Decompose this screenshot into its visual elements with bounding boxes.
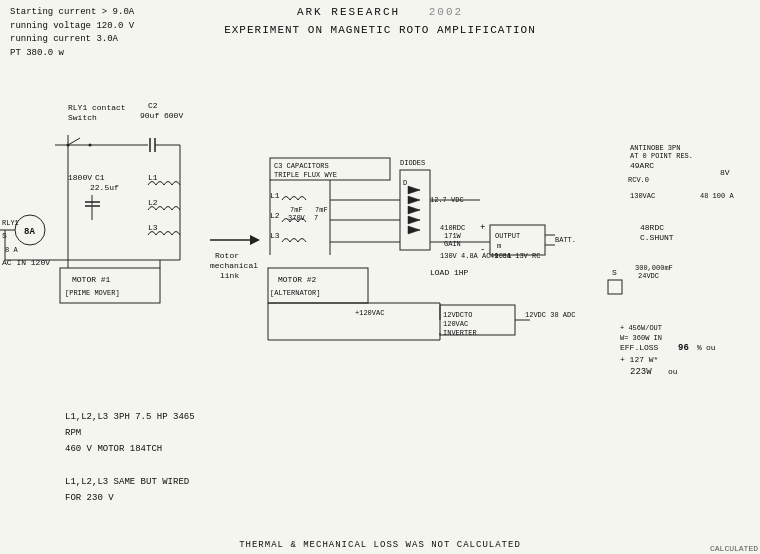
svg-text:96: 96 [678, 343, 689, 353]
svg-text:INVERTER: INVERTER [443, 329, 477, 337]
spec-line4: PT 380.0 w [10, 47, 134, 61]
top-specs: Starting current > 9.0A running voltage … [10, 6, 134, 60]
spec-line2: running voltage 120.0 V [10, 20, 134, 34]
spec-motor-line3: 460 V MOTOR 184TCH [65, 441, 195, 457]
svg-text:ou: ou [706, 343, 716, 352]
svg-text:8 A: 8 A [5, 246, 18, 254]
svg-text:L2: L2 [270, 211, 280, 220]
svg-text:[ALTERNATOR]: [ALTERNATOR] [270, 289, 320, 297]
svg-text:LOAD  1HP: LOAD 1HP [430, 268, 469, 277]
svg-text:48 100 A: 48 100 A [700, 192, 734, 200]
svg-text:+: + [480, 223, 485, 233]
svg-text:%: % [697, 343, 702, 352]
svg-text:MOTOR #2: MOTOR #2 [278, 275, 317, 284]
svg-text:MOTOR #1: MOTOR #1 [72, 275, 111, 284]
svg-text:DIODES: DIODES [400, 159, 425, 167]
svg-text:D: D [403, 179, 407, 187]
svg-text:12VDCTO: 12VDCTO [443, 311, 472, 319]
svg-marker-58 [408, 216, 420, 224]
svg-rect-94 [608, 280, 622, 294]
svg-text:m: m [497, 242, 501, 250]
svg-text:223W: 223W [630, 367, 652, 377]
spec-wired-line2: FOR 230 V [65, 490, 195, 506]
c2-label: C2 [148, 101, 158, 110]
svg-text:7mF: 7mF [290, 206, 303, 214]
c2-value: 90uf 600V [140, 111, 183, 120]
spec-motor-line2: RPM [65, 425, 195, 441]
svg-text:C.SHUNT: C.SHUNT [640, 233, 674, 242]
svg-text:171W: 171W [444, 232, 462, 240]
svg-text:+ 127  W*: + 127 W* [620, 355, 658, 364]
svg-line-2 [68, 138, 80, 145]
svg-text:48RDC: 48RDC [640, 223, 664, 232]
svg-text:22.5uf: 22.5uf [90, 183, 119, 192]
svg-text:130VAC: 130VAC [630, 192, 655, 200]
svg-text:49ARC: 49ARC [630, 161, 654, 170]
switch-label: Switch [68, 113, 97, 122]
svg-text:mechanical: mechanical [210, 261, 258, 270]
svg-text:link: link [220, 271, 239, 280]
svg-marker-60 [408, 226, 420, 234]
header-title: ARK RESEARCH 2002 [297, 0, 463, 18]
svg-text:120VAC: 120VAC [443, 320, 468, 328]
svg-marker-54 [408, 196, 420, 204]
svg-text:12VDC 38 ADC: 12VDC 38 ADC [525, 311, 575, 319]
svg-text:L3: L3 [270, 231, 280, 240]
svg-rect-89 [268, 268, 368, 303]
svg-text:7mF: 7mF [315, 206, 328, 214]
svg-text:7: 7 [314, 214, 318, 222]
svg-text:300,000mF: 300,000mF [635, 264, 673, 272]
l2-left-label: L2 [148, 198, 158, 207]
svg-rect-65 [490, 225, 545, 255]
l1-left-label: L1 [148, 173, 158, 182]
svg-text:GAIN: GAIN [444, 240, 461, 248]
svg-text:24VDC: 24VDC [638, 272, 659, 280]
svg-text:8A: 8A [24, 227, 35, 237]
svg-marker-56 [408, 206, 420, 214]
svg-text:Rotor: Rotor [215, 251, 239, 260]
spec-wired-line1: L1,L2,L3 SAME BUT WIRED [65, 474, 195, 490]
svg-text:+ 456W/OUT: + 456W/OUT [620, 324, 662, 332]
svg-text:AC IN 120V: AC IN 120V [2, 258, 50, 267]
c1-value: C1 [95, 173, 105, 182]
page: Starting current > 9.0A running voltage … [0, 0, 760, 554]
svg-rect-26 [60, 268, 160, 303]
svg-text:[PRIME MOVER]: [PRIME MOVER] [65, 289, 120, 297]
svg-text:OUTPUT: OUTPUT [495, 232, 520, 240]
bottom-specs: L1,L2,L3 3PH 7.5 HP 3465 RPM 460 V MOTOR… [65, 409, 195, 506]
svg-text:410RDC: 410RDC [440, 224, 465, 232]
spec-line3: running current 3.0A [10, 33, 134, 47]
svg-text:ANTINOBE 3PN: ANTINOBE 3PN [630, 144, 680, 152]
svg-text:RCV.0: RCV.0 [628, 176, 649, 184]
svg-text:TRIPLE FLUX WYE: TRIPLE FLUX WYE [274, 171, 337, 179]
svg-text:W= 360W IN: W= 360W IN [620, 334, 662, 342]
svg-text:S: S [612, 268, 617, 277]
ark-research-label: ARK RESEARCH [297, 6, 400, 18]
svg-text:C3  CAPACITORS: C3 CAPACITORS [274, 162, 329, 170]
svg-text:RLY1: RLY1 [2, 219, 19, 227]
calculated-label: CALCULATED [708, 543, 760, 554]
svg-marker-32 [250, 235, 260, 245]
header-year: 2002 [429, 6, 463, 18]
bottom-notice: THERMAL & MECHANICAL LOSS WAS NOT CALCUL… [0, 540, 760, 550]
svg-text:+120VAC: +120VAC [355, 309, 384, 317]
svg-text:8V: 8V [720, 168, 730, 177]
svg-text:AT 0 POINT RES.: AT 0 POINT RES. [630, 152, 693, 160]
svg-text:L1: L1 [270, 191, 280, 200]
svg-text:EFF.LOSS: EFF.LOSS [620, 343, 659, 352]
svg-marker-52 [408, 186, 420, 194]
c1-label: 1800V [68, 173, 92, 182]
spec-motor-line1: L1,L2,L3 3PH 7.5 HP 3465 [65, 409, 195, 425]
l3-left-label: L3 [148, 223, 158, 232]
svg-text:ou: ou [668, 367, 678, 376]
spec-line1: Starting current > 9.0A [10, 6, 134, 20]
svg-text:49.8A 13V RC: 49.8A 13V RC [490, 252, 540, 260]
svg-text:BATT.: BATT. [555, 236, 576, 244]
rly1-label: RLY1 contact [68, 103, 126, 112]
